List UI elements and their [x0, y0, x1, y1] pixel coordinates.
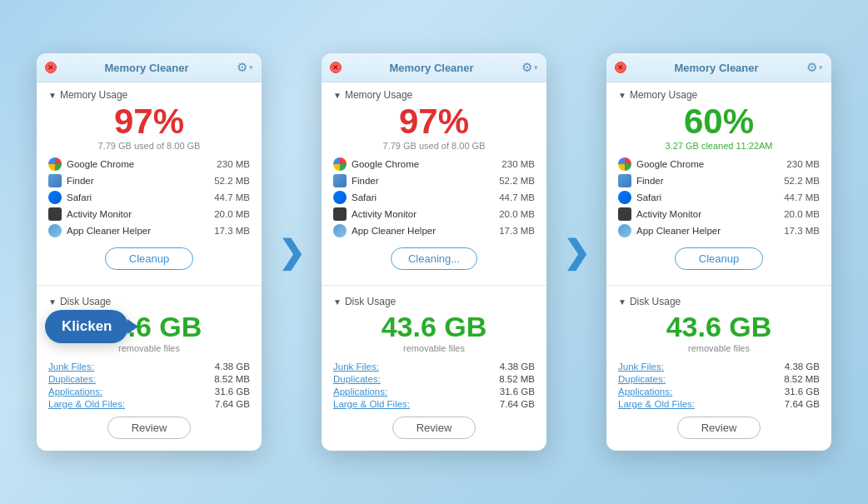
memory-header-right: ▼ Memory Usage	[618, 89, 820, 101]
actmon-icon	[48, 207, 62, 221]
memory-subtitle-mid: 7.79 GB used of 8.00 GB	[333, 141, 535, 151]
app-size: 44.7 MB	[784, 192, 820, 202]
title-bar-left: ✕ Memory Cleaner ⚙ ▾	[37, 53, 262, 82]
memory-label-left: Memory Usage	[60, 89, 127, 101]
app-name: Finder	[352, 176, 499, 186]
actmon-icon	[333, 207, 347, 221]
chrome-icon	[618, 157, 631, 171]
app-name: App Cleaner Helper	[636, 226, 784, 236]
disk-item: Duplicates: 8.52 MB	[48, 372, 250, 385]
junk-files-val-mid: 4.38 GB	[500, 362, 535, 372]
disk-item: Applications: 31.6 GB	[618, 385, 820, 397]
memory-section-right: ▼ Memory Usage 60% 3.27 GB cleaned 11:22…	[606, 82, 831, 282]
largeold-link-right[interactable]: Large & Old Files:	[618, 399, 695, 409]
disk-items-left: Junk Files: 4.38 GB Duplicates: 8.52 MB …	[48, 360, 250, 410]
applications-val-right: 31.6 GB	[785, 387, 820, 397]
duplicates-val-right: 8.52 MB	[784, 374, 820, 384]
gear-icon-left: ⚙	[237, 60, 247, 75]
duplicates-val-left: 8.52 MB	[214, 374, 250, 384]
chevron-icon-right: ▾	[819, 63, 823, 72]
cleaning-button-mid[interactable]: Cleaning...	[391, 247, 477, 270]
divider-left	[37, 285, 262, 286]
review-button-mid[interactable]: Review	[392, 417, 476, 439]
list-item: Safari 44.7 MB	[618, 189, 820, 206]
disk-item: Large & Old Files: 7.64 GB	[48, 397, 250, 410]
list-item: App Cleaner Helper 17.3 MB	[333, 222, 535, 239]
disk-big-value-mid: 43.6 GB	[333, 311, 535, 343]
app-size: 17.3 MB	[214, 226, 250, 236]
duplicates-val-mid: 8.52 MB	[499, 374, 535, 384]
list-item: App Cleaner Helper 17.3 MB	[618, 222, 820, 239]
applications-link-right[interactable]: Applications:	[618, 387, 672, 397]
app-name: Activity Monitor	[636, 209, 784, 219]
cleanup-button-right[interactable]: Cleanup	[675, 247, 763, 270]
app-size: 52.2 MB	[499, 176, 535, 186]
appcleaner-icon	[48, 224, 62, 237]
list-item: Safari 44.7 MB	[48, 189, 250, 206]
chevron-icon-left: ▾	[249, 63, 253, 72]
review-button-right[interactable]: Review	[677, 417, 761, 439]
list-item: Activity Monitor 20.0 MB	[48, 206, 250, 222]
disk-item: Junk Files: 4.38 GB	[618, 360, 820, 372]
largeold-link-left[interactable]: Large & Old Files:	[48, 399, 125, 409]
gear-button-right[interactable]: ⚙ ▾	[806, 60, 823, 75]
disk-label-left: Disk Usage	[60, 296, 111, 307]
list-item: Safari 44.7 MB	[333, 189, 535, 206]
safari-icon	[618, 191, 631, 204]
gear-icon-right: ⚙	[806, 60, 817, 75]
app-list-right: Google Chrome 230 MB Finder 52.2 MB Safa…	[618, 156, 820, 239]
largeold-val-left: 7.64 GB	[215, 399, 250, 409]
duplicates-link-mid[interactable]: Duplicates:	[333, 374, 381, 384]
largeold-val-mid: 7.64 GB	[500, 399, 535, 409]
chrome-icon	[48, 157, 62, 171]
app-list-left: Google Chrome 230 MB Finder 52.2 MB Safa…	[48, 156, 250, 239]
divider-right	[606, 285, 831, 286]
disk-section-mid: ▼ Disk Usage 43.6 GB removable files Jun…	[322, 289, 546, 451]
disk-triangle-left: ▼	[48, 297, 57, 307]
app-size: 20.0 MB	[784, 209, 820, 219]
app-size: 44.7 MB	[499, 192, 535, 202]
close-button-left[interactable]: ✕	[45, 62, 57, 73]
app-name: Safari	[67, 192, 214, 202]
review-button-left[interactable]: Review	[107, 417, 192, 439]
junk-files-link-right[interactable]: Junk Files:	[618, 362, 664, 372]
disk-header-mid: ▼ Disk Usage	[333, 296, 535, 307]
junk-files-val-right: 4.38 GB	[785, 362, 820, 372]
applications-link-mid[interactable]: Applications:	[333, 387, 387, 397]
duplicates-link-right[interactable]: Duplicates:	[618, 374, 666, 384]
app-name: Activity Monitor	[352, 209, 499, 219]
app-name: App Cleaner Helper	[352, 226, 499, 236]
largeold-link-mid[interactable]: Large & Old Files:	[333, 399, 410, 409]
appcleaner-icon	[333, 224, 347, 237]
cleaning-btn-row-mid: Cleaning...	[333, 244, 535, 277]
gear-button-left[interactable]: ⚙ ▾	[237, 60, 253, 75]
duplicates-link-left[interactable]: Duplicates:	[48, 374, 96, 384]
close-button-mid[interactable]: ✕	[330, 62, 342, 73]
disk-triangle-right: ▼	[618, 297, 626, 307]
applications-link-left[interactable]: Applications:	[48, 387, 102, 397]
disk-triangle-mid: ▼	[333, 297, 342, 307]
disk-sub-left: removable files	[48, 343, 250, 353]
safari-icon	[48, 191, 62, 204]
list-item: Finder 52.2 MB	[333, 172, 535, 189]
list-item: Google Chrome 230 MB	[333, 156, 535, 172]
disk-header-left: ▼ Disk Usage	[48, 296, 250, 307]
list-item: Activity Monitor 20.0 MB	[618, 206, 820, 222]
left-panel: ✕ Memory Cleaner ⚙ ▾ ▼ Memory Usage 97% …	[37, 53, 262, 451]
app-size: 52.2 MB	[784, 176, 820, 186]
cleanup-button-left[interactable]: Cleanup	[105, 247, 193, 270]
finder-icon	[333, 174, 347, 187]
disk-item: Duplicates: 8.52 MB	[333, 372, 535, 385]
finder-icon	[48, 174, 62, 187]
klicken-tooltip: Klicken	[45, 310, 128, 343]
triangle-icon-mid: ▼	[333, 91, 342, 100]
gear-button-mid[interactable]: ⚙ ▾	[521, 60, 538, 75]
triangle-icon-right: ▼	[618, 91, 626, 100]
close-button-right[interactable]: ✕	[615, 62, 626, 73]
junk-files-link-mid[interactable]: Junk Files:	[333, 362, 379, 372]
cleanup-btn-row-right: Cleanup	[618, 244, 820, 277]
triangle-icon-left: ▼	[48, 91, 57, 100]
memory-label-mid: Memory Usage	[345, 89, 412, 101]
junk-files-link-left[interactable]: Junk Files:	[48, 362, 94, 372]
largeold-val-right: 7.64 GB	[785, 399, 820, 409]
